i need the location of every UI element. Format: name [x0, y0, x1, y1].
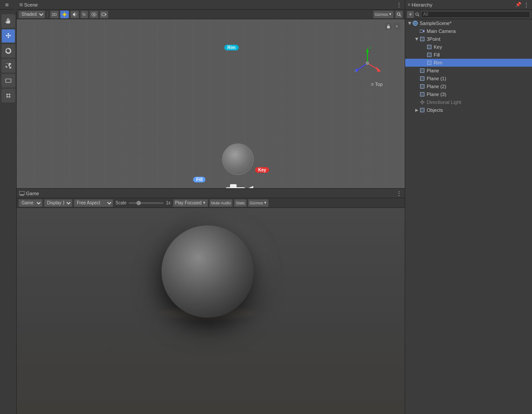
svg-rect-0: [6, 79, 11, 82]
mute-audio-btn[interactable]: Mute Audio: [209, 199, 233, 207]
svg-line-16: [400, 15, 401, 16]
svg-point-6: [63, 13, 66, 16]
toolbar-sep-1: [47, 11, 48, 18]
plus-label: +: [409, 11, 412, 18]
display1-select[interactable]: Display 1: [44, 199, 72, 207]
tree-item-plane2[interactable]: Plane (2): [405, 82, 532, 90]
game-display-select[interactable]: Game: [18, 199, 43, 207]
axis-top-label: ≡ Top: [371, 82, 383, 87]
tree-item-plane3[interactable]: Plane (3): [405, 90, 532, 98]
scale-label: Scale: [115, 200, 127, 205]
add-object-btn[interactable]: +: [407, 11, 414, 18]
scene-menu-btn[interactable]: ⋮: [396, 2, 402, 8]
aspect-select[interactable]: Free Aspect: [74, 199, 113, 207]
scene-tab-icon: ⊞: [5, 3, 9, 7]
camera-icon-hier: [419, 28, 425, 34]
ground-plane: [17, 326, 405, 414]
svg-point-55: [421, 101, 424, 104]
lighting-btn[interactable]: [60, 11, 69, 18]
rect-tool[interactable]: [1, 74, 15, 88]
svg-text:X: X: [379, 69, 381, 73]
plane2-label: Plane (2): [427, 84, 446, 89]
rotate-tool[interactable]: [1, 44, 15, 58]
camera-view-btn[interactable]: [100, 11, 108, 18]
svg-point-2: [6, 94, 7, 95]
svg-rect-13: [102, 13, 105, 16]
tree-arrow-plane2: [414, 84, 419, 89]
tree-item-samplescene[interactable]: ▶ SampleScene*: [405, 19, 532, 27]
close-scene-btn[interactable]: ×: [393, 23, 400, 30]
tree-arrow-dirlight: [414, 100, 419, 105]
plane3-icon: [419, 91, 425, 97]
draw-mode-select[interactable]: Shaded: [18, 11, 45, 18]
2d-btn[interactable]: 2D: [50, 11, 59, 18]
grid: [17, 19, 405, 188]
scene-tab[interactable]: ⊞ Scene: [19, 2, 38, 7]
scene-corner-btns: ×: [385, 23, 400, 30]
hierarchy-search-icon: [415, 12, 420, 17]
hierarchy-tab[interactable]: ≡ Hierarchy: [408, 2, 432, 7]
hierarchy-tab-bar: ≡ Hierarchy 📌 ⋮: [405, 0, 532, 10]
tree-arrow-rim: [421, 60, 426, 65]
svg-rect-45: [19, 191, 25, 195]
svg-line-50: [418, 15, 420, 16]
lock-btn[interactable]: [385, 23, 392, 30]
scale-slider[interactable]: [129, 202, 164, 204]
tree-item-dirlight[interactable]: Directional Light: [405, 98, 532, 106]
hierarchy-toolbar: +: [405, 10, 532, 19]
key-icon-hier: [426, 44, 432, 50]
svg-point-15: [397, 13, 400, 15]
hierarchy-pin-btn[interactable]: 📌: [515, 2, 521, 8]
rim-label-hier: Rim: [434, 60, 442, 65]
rim-icon-hier: [426, 60, 432, 66]
search-scene-btn[interactable]: [395, 11, 403, 18]
transform-tool[interactable]: [1, 89, 15, 103]
game-menu-btn[interactable]: ⋮: [396, 190, 402, 196]
tree-item-objects[interactable]: ▶ Objects: [405, 106, 532, 114]
gizmos-game-btn[interactable]: Gizmos ▼: [248, 199, 269, 207]
effects-btn[interactable]: fx: [80, 11, 88, 18]
game-tab[interactable]: Game: [19, 191, 39, 196]
fill-label[interactable]: Fill: [193, 177, 205, 182]
scene-tab-bar: ⊞ Scene ⋮: [17, 0, 405, 10]
svg-point-12: [93, 14, 94, 15]
samplescene-label: SampleScene*: [420, 21, 452, 26]
top-label-text: Top: [375, 82, 383, 87]
svg-point-3: [9, 94, 10, 95]
game-tab-label: Game: [26, 191, 39, 196]
play-focused-label: Play Focused: [175, 200, 202, 205]
tree-arrow-fill: [421, 52, 426, 57]
audio-btn[interactable]: [70, 11, 79, 18]
hidden-btn[interactable]: [90, 11, 98, 18]
move-tool[interactable]: [1, 29, 15, 43]
svg-rect-32: [230, 184, 237, 188]
tree-arrow-key: [421, 44, 426, 50]
tree-item-key[interactable]: Key: [405, 43, 532, 51]
tree-item-maincamera[interactable]: Main Camera: [405, 27, 532, 35]
gizmos-label: Gizmos: [375, 12, 388, 17]
rim-label[interactable]: Rim: [224, 45, 239, 50]
hand-tool[interactable]: [1, 14, 15, 28]
svg-marker-35: [366, 48, 369, 52]
tree-item-plane[interactable]: Plane: [405, 67, 532, 75]
play-focused-btn[interactable]: Play Focused ▼: [173, 199, 208, 207]
objects-label: Objects: [427, 107, 443, 113]
tree-item-3point[interactable]: ▶ 3Point: [405, 35, 532, 43]
scale-tool[interactable]: [1, 59, 15, 73]
tree-item-fill[interactable]: Fill: [405, 51, 532, 59]
plane1-icon: [419, 75, 425, 82]
tree-arrow-plane3: [414, 92, 419, 97]
tree-arrow-samplescene: ▶: [407, 21, 412, 26]
tree-item-rim[interactable]: Rim: [405, 59, 532, 67]
scene-toolbar: Shaded 2D fx Gizmos: [17, 10, 405, 19]
threepoint-icon: [419, 36, 425, 42]
key-label[interactable]: Key: [255, 167, 269, 173]
hierarchy-tree: ▶ SampleScene* Main Camera ▶: [405, 19, 532, 414]
hierarchy-menu-btn[interactable]: ⋮: [523, 2, 529, 8]
game-toolbar: Game Display 1 Free Aspect Scale 1x Play…: [17, 198, 405, 208]
stats-btn[interactable]: Stats: [234, 199, 247, 207]
hierarchy-tab-label: Hierarchy: [412, 2, 432, 7]
gizmos-scene-btn[interactable]: Gizmos ▼: [373, 11, 394, 18]
tree-item-plane1[interactable]: Plane (1): [405, 75, 532, 82]
hierarchy-search-input[interactable]: [421, 11, 530, 18]
